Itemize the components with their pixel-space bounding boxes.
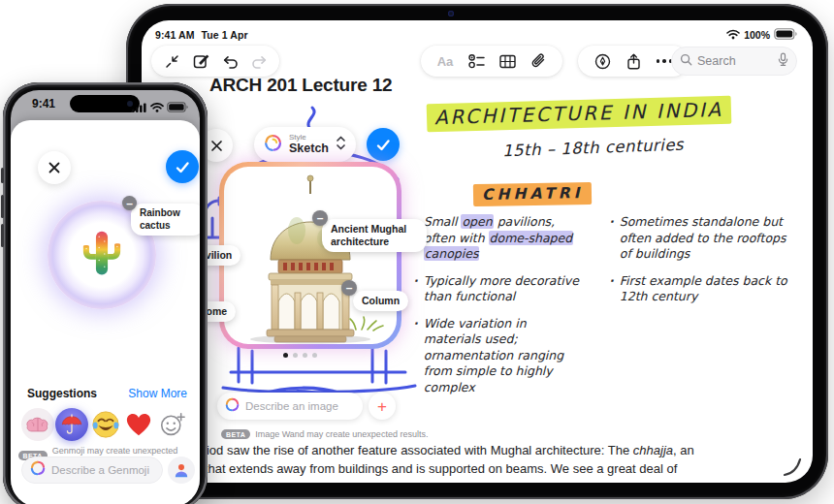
note-bullet: ·Typically more decorative than function… (413, 273, 580, 305)
remove-tag-column-button[interactable]: – (341, 280, 357, 296)
search-icon (680, 52, 692, 70)
dictation-mic-icon[interactable] (778, 52, 788, 71)
wifi-icon (150, 99, 164, 116)
battery-icon (167, 99, 188, 116)
style-value: Sketch (289, 142, 329, 155)
image-wand-beta-note: BETA Image Wand may create unexpected re… (221, 429, 428, 439)
image-wand-accept-button[interactable] (367, 128, 400, 161)
redo-icon (244, 46, 273, 77)
iphone-device: 9:41 (3, 82, 208, 504)
checklist-icon[interactable] (462, 46, 491, 77)
iphone-status-time: 9:41 (32, 97, 55, 110)
attachment-icon[interactable] (524, 46, 553, 77)
people-genmoji-button[interactable] (168, 457, 195, 484)
ipad-status-bar-right: 100% (726, 28, 797, 42)
genmoji-accept-button[interactable] (166, 150, 199, 183)
note-bullet: ·Sometimes standalone but often added to… (609, 214, 801, 263)
image-variant-dots[interactable] (283, 353, 317, 358)
brain-emoji[interactable] (21, 408, 54, 441)
collapse-note-icon[interactable] (157, 46, 186, 77)
volume-down-button (1, 224, 4, 247)
add-image-button[interactable]: + (369, 393, 396, 420)
search-field[interactable]: Search (671, 47, 797, 76)
note-bullet: ·Small open pavilions, often with dome-s… (413, 214, 580, 263)
search-placeholder: Search (697, 54, 778, 68)
notes-column-right: ·Sometimes standalone but often added to… (609, 214, 801, 316)
iphone-genmoji-sheet: 9:41 (11, 90, 200, 504)
ipad-status-bar-left: 9:41 AMTue 1 Apr (155, 29, 255, 41)
battery-icon (774, 28, 797, 42)
undo-icon[interactable] (215, 46, 244, 77)
note-bullet: ·First example dates back to 12th centur… (609, 273, 801, 305)
tag-ancient-mughal-architecture[interactable]: Ancient Mughal architecture (322, 219, 427, 252)
note-body-paragraph: This period saw the rise of another feat… (161, 441, 646, 478)
genmoji-tag[interactable]: Rainbow cactus (131, 204, 200, 236)
beta-text: Image Wand may create unexpected results… (255, 429, 428, 439)
generated-image-card[interactable] (219, 162, 401, 349)
note-title: ARCH 201 Lecture 12 (209, 75, 392, 96)
table-icon[interactable] (493, 46, 522, 77)
style-selector[interactable]: Style Sketch (254, 127, 356, 162)
ipad-status-time: 9:41 AM (155, 29, 195, 41)
share-icon[interactable] (619, 46, 648, 77)
chevron-up-down-icon (336, 136, 346, 154)
italic-term: chhajja (633, 443, 673, 457)
genmoji-prompt-placeholder: Describe a Genmoji (51, 464, 149, 476)
notes-heading: ARCHITECTURE IN INDIA (427, 98, 731, 130)
ipad-status-date: Tue 1 Apr (202, 29, 248, 41)
suggestions-label: Suggestions (27, 387, 97, 400)
genmoji-close-button[interactable] (38, 151, 71, 184)
compose-icon[interactable] (186, 46, 215, 77)
apple-intelligence-icon (264, 134, 282, 156)
screenshot-canvas: 9:41 AMTue 1 Apr 100% Aa (0, 0, 834, 504)
volume-up-button (1, 195, 4, 218)
beta-badge: BETA (221, 429, 250, 439)
face-with-tears-of-joy-emoji[interactable] (89, 408, 122, 441)
iphone-status-icons (132, 99, 188, 116)
image-wand-prompt-placeholder: Describe an image (245, 400, 338, 412)
notes-section-heading: CHHATRI (473, 184, 593, 204)
apple-intelligence-icon (30, 460, 46, 480)
notes-column-left: ·Small open pavilions, often with dome-s… (413, 214, 580, 406)
show-more-link[interactable]: Show More (128, 387, 187, 400)
rainbow-cactus-emoji (75, 226, 129, 284)
markup-pen-icon[interactable] (588, 46, 617, 77)
genmoji-sheet: – Rainbow cactus Suggestions Show More (11, 120, 200, 504)
tag-column[interactable]: Column (353, 291, 408, 311)
apple-intelligence-icon (225, 397, 240, 416)
new-genmoji-icon[interactable] (156, 408, 189, 441)
dynamic-island (70, 95, 140, 112)
note-bullet: ·Wide variation in materials used; ornam… (413, 316, 580, 396)
image-wand-prompt-field[interactable]: Describe an image (217, 393, 363, 420)
remove-tag-ancient-mughal-button[interactable]: – (312, 210, 328, 226)
cellular-signal-icon (132, 99, 146, 116)
ipad-device: 9:41 AMTue 1 Apr 100% Aa (126, 4, 828, 499)
umbrella-emoji[interactable] (55, 408, 88, 441)
wifi-icon (726, 29, 740, 42)
genmoji-prompt-field[interactable]: Describe a Genmoji (21, 457, 163, 484)
suggestion-row (21, 408, 189, 441)
format-text-button[interactable]: Aa (431, 46, 460, 77)
chhatri-pavilion-image (224, 167, 397, 344)
notes-subheading: 15th – 18th centuries (502, 136, 685, 161)
toolbar-format-group: Aa (421, 46, 562, 77)
remove-genmoji-tag-button[interactable]: – (122, 196, 137, 210)
ipad-front-camera (448, 11, 454, 16)
ipad-notes-app: 9:41 AMTue 1 Apr 100% Aa (142, 20, 813, 483)
ipad-battery-percent: 100% (744, 29, 770, 41)
toolbar-left-group (151, 46, 279, 77)
red-heart-emoji[interactable] (122, 408, 155, 441)
action-button (1, 168, 4, 183)
page-curl-mark (784, 456, 803, 477)
